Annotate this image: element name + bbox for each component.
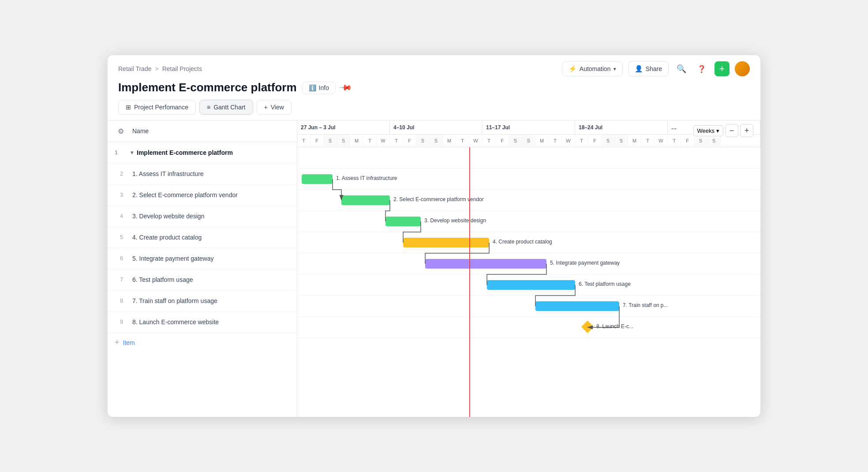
add-item-row[interactable]: + Item [108,333,297,352]
tab-project-performance[interactable]: ⊞ Project Perfomance [118,100,196,115]
search-icon: 🔍 [677,64,686,74]
week-label-2: 11–17 Jul [483,120,575,134]
top-nav-right: ⚡ Automation ▾ 👤 Share 🔍 ❓ + [562,61,750,76]
info-icon: ℹ️ [309,84,316,91]
day-cell: F [588,135,602,147]
gantt-bar-5[interactable] [425,259,546,269]
day-cell: M [443,135,456,147]
add-button[interactable]: + [715,61,730,76]
day-cell: M [350,135,363,147]
day-cell: T [456,135,469,147]
task-name: 6. Test platform usage [132,276,297,283]
info-button[interactable]: ℹ️ Info [302,82,336,94]
gantt-bar-2[interactable] [341,195,390,205]
day-cell: T [363,135,377,147]
zoom-label: Weeks [697,127,715,134]
gantt-header: 27 Jun – 3 Jul 4–10 Jul 11–17 Jul 18–24 … [297,120,760,147]
table-icon: ⊞ [126,104,131,111]
task-list-header: ⚙ Name [108,120,297,142]
gantt-weeks-row: 27 Jun – 3 Jul 4–10 Jul 11–17 Jul 18–24 … [297,120,760,135]
share-button[interactable]: 👤 Share [628,61,669,76]
tab-view-label: View [271,104,284,111]
gantt-row-6: 5. Integrate payment gateway [297,253,760,274]
milestone-8[interactable] [581,321,594,333]
zoom-in-button[interactable]: + [740,124,753,137]
today-line [469,147,470,417]
top-nav: Retail Trade > Retail Projects ⚡ Automat… [108,55,760,76]
task-name: 1. Assess IT infrastructure [132,170,297,177]
automation-icon: ⚡ [569,65,577,73]
row-num: 6 [120,255,132,262]
automation-label: Automation [580,65,611,72]
collapse-arrow-icon[interactable]: ▾ [131,150,133,156]
gantt-row-5: 4. Create product catalog [297,232,760,253]
breadcrumb: Retail Trade > Retail Projects [118,65,202,72]
avatar[interactable] [735,61,750,76]
gantt-bar-label-8: 8. Launch E-c... [596,323,633,330]
task-row[interactable]: 9 8. Launch E-commerce website [108,311,297,333]
task-row[interactable]: 3 2. Select E-commerce platform vendor [108,184,297,206]
day-cell: S [522,135,535,147]
task-name: 3. Develop website design [132,213,297,220]
row-num: 9 [120,318,132,325]
gantt-bar-1[interactable] [302,174,333,184]
gantt-bar-label-4: 4. Create product catalog [493,239,552,245]
page-title: Implement E-commerce platform [118,81,297,94]
search-button[interactable]: 🔍 [674,61,689,76]
gantt-bar-label-7: 7. Train staff on p... [623,302,668,308]
group-name: Implement E-commerce platform [137,149,233,156]
day-cell: F [681,135,694,147]
task-row[interactable]: 6 5. Integrate payment gateway [108,248,297,269]
settings-icon[interactable]: ⚙ [115,125,127,137]
task-row[interactable]: 8 7. Train staff on platform usage [108,290,297,311]
gantt-row-group [297,147,760,169]
task-row[interactable]: 4 3. Develop website design [108,206,297,227]
gantt-bar-label-5: 5. Integrate payment gateway [550,260,620,266]
automation-chevron-icon: ▾ [614,66,616,72]
day-cell: S [430,135,443,147]
breadcrumb-parent[interactable]: Retail Trade [118,65,151,72]
automation-button[interactable]: ⚡ Automation ▾ [562,61,623,76]
day-cell: T [575,135,588,147]
row-num: 2 [120,170,132,177]
row-num: 8 [120,297,132,304]
day-cell: F [311,135,324,147]
tab-view[interactable]: + View [257,100,292,115]
page-title-row: Implement E-commerce platform ℹ️ Info 📌 [108,76,760,98]
gantt-panel: Weeks ▾ − + 27 Jun – 3 Jul 4–10 Jul 11–1… [297,120,760,417]
gantt-bar-7[interactable] [535,301,619,311]
week-label-0: 27 Jun – 3 Jul [297,120,390,134]
zoom-out-button[interactable]: − [725,124,738,137]
row-num: 7 [120,276,132,283]
task-list-panel: ⚙ Name 1 ▾ Implement E-commerce platform… [108,120,297,417]
pin-icon[interactable]: 📌 [339,81,352,94]
task-row[interactable]: 7 6. Test platform usage [108,269,297,290]
zoom-controls: Weeks ▾ − + [693,124,754,137]
breadcrumb-current[interactable]: Retail Projects [162,65,202,72]
app-container: Retail Trade > Retail Projects ⚡ Automat… [108,55,760,417]
task-row[interactable]: 5 4. Create product catalog [108,227,297,248]
gantt-bar-6[interactable] [487,280,575,290]
day-cell: F [403,135,416,147]
gantt-bar-4[interactable] [403,238,489,247]
day-cell: W [562,135,575,147]
zoom-out-icon: − [730,126,734,135]
task-row[interactable]: 2 1. Assess IT infrastructure [108,163,297,184]
gantt-body: 1. Assess IT infrastructure 2. Select E-… [297,147,760,417]
task-list-body: 1 ▾ Implement E-commerce platform 2 1. A… [108,142,297,417]
zoom-select[interactable]: Weeks ▾ [693,125,724,136]
day-cell: T [297,135,311,147]
day-cell: S [416,135,430,147]
zoom-in-icon: + [745,126,749,135]
day-cell: T [641,135,655,147]
task-name: 4. Create product catalog [132,234,297,241]
gantt-bar-label-2: 2. Select E-commerce platform vendor [393,196,484,202]
gantt-days-row: T F S S M T W T F S S M T W T F S [297,135,760,147]
add-item-label: Item [123,339,135,346]
day-cell: S [509,135,522,147]
col-header-name: Name [132,127,149,135]
gantt-bar-3[interactable] [385,217,421,226]
help-button[interactable]: ❓ [694,61,709,76]
row-num: 4 [120,213,132,219]
tab-gantt-chart[interactable]: ≡ Gantt Chart [199,100,253,115]
